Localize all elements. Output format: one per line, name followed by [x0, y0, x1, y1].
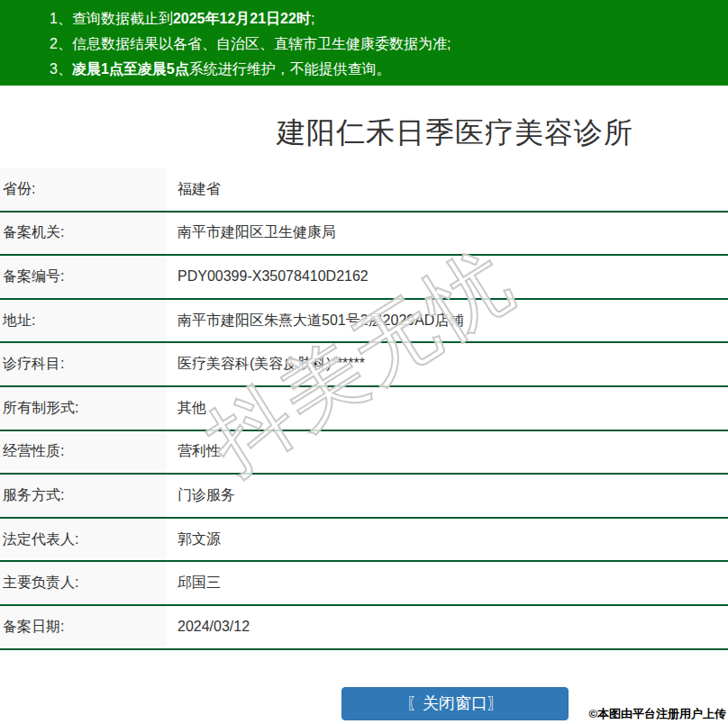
notice-number: 2、: [50, 36, 72, 51]
notice-text-bold: 凌晨1点至凌晨5点: [72, 61, 189, 77]
notice-item-2: 2、信息数据结果以各省、自治区、直辖市卫生健康委数据为准;: [50, 32, 728, 57]
row-value: 福建省: [167, 168, 728, 211]
close-window-button[interactable]: 〖关闭窗口〗: [341, 687, 569, 720]
table-row: 所有制形式: 其他: [0, 387, 728, 431]
row-value: 2024/03/12: [167, 606, 728, 648]
table-row: 地址: 南平市建阳区朱熹大道501号2层2029AD店铺: [0, 300, 728, 344]
row-value: 郭文源: [167, 519, 728, 561]
notice-list: 1、查询数据截止到2025年12月21日22时; 2、信息数据结果以各省、自治区…: [50, 6, 728, 82]
row-label: 地址:: [0, 300, 167, 342]
row-value: 门诊服务: [167, 475, 728, 517]
row-label: 服务方式:: [0, 475, 167, 517]
notice-text: ;: [311, 11, 314, 26]
table-row: 省份: 福建省: [0, 168, 728, 213]
row-label: 备案机关:: [0, 213, 167, 255]
table-row: 服务方式: 门诊服务: [0, 475, 728, 519]
clinic-info-table: 省份: 福建省 备案机关: 南平市建阳区卫生健康局 备案编号: PDY00399…: [0, 168, 728, 650]
notice-text: 查询数据截止到: [72, 11, 173, 26]
notice-text-bold: 2025年12月21日22时: [173, 11, 311, 26]
row-label: 所有制形式:: [0, 387, 167, 430]
row-label: 经营性质:: [0, 431, 167, 474]
row-value: 营利性: [167, 431, 728, 474]
notice-text: 系统进行维护，不能提供查询。: [189, 61, 391, 77]
table-row: 法定代表人: 郭文源: [0, 519, 728, 563]
row-value: 南平市建阳区卫生健康局: [167, 213, 728, 255]
notice-item-3: 3、凌晨1点至凌晨5点系统进行维护，不能提供查询。: [50, 57, 728, 82]
notice-item-1: 1、查询数据截止到2025年12月21日22时;: [50, 6, 728, 32]
row-value: 邱国三: [167, 562, 728, 604]
row-label: 法定代表人:: [0, 519, 167, 561]
notice-number: 1、: [50, 11, 72, 26]
row-label: 主要负责人:: [0, 562, 167, 604]
row-value: 医疗美容科(美容皮肤科)******: [167, 343, 728, 385]
notice-bar: 1、查询数据截止到2025年12月21日22时; 2、信息数据结果以各省、自治区…: [0, 0, 728, 86]
page-title: 建阳仁禾日季医疗美容诊所: [0, 114, 728, 151]
row-value: 其他: [167, 387, 728, 430]
table-row: 诊疗科目: 医疗美容科(美容皮肤科)******: [0, 343, 728, 387]
row-value: 南平市建阳区朱熹大道501号2层2029AD店铺: [167, 300, 728, 342]
table-row: 经营性质: 营利性: [0, 431, 728, 475]
table-row: 主要负责人: 邱国三: [0, 562, 728, 606]
upload-attribution-note: ©本图由平台注册用户上传: [588, 706, 726, 722]
row-label: 省份:: [0, 168, 167, 211]
notice-text: 信息数据结果以各省、自治区、直辖市卫生健康委数据为准;: [72, 36, 450, 51]
page-content: 1、查询数据截止到2025年12月21日22时; 2、信息数据结果以各省、自治区…: [0, 0, 728, 720]
table-row: 备案编号: PDY00399-X35078410D2162: [0, 256, 728, 300]
row-label: 备案日期:: [0, 606, 167, 648]
row-label: 诊疗科目:: [0, 343, 167, 385]
table-row: 备案日期: 2024/03/12: [0, 606, 728, 650]
table-row: 备案机关: 南平市建阳区卫生健康局: [0, 213, 728, 257]
notice-number: 3、: [50, 61, 72, 77]
row-value: PDY00399-X35078410D2162: [167, 256, 728, 298]
row-label: 备案编号:: [0, 256, 167, 298]
